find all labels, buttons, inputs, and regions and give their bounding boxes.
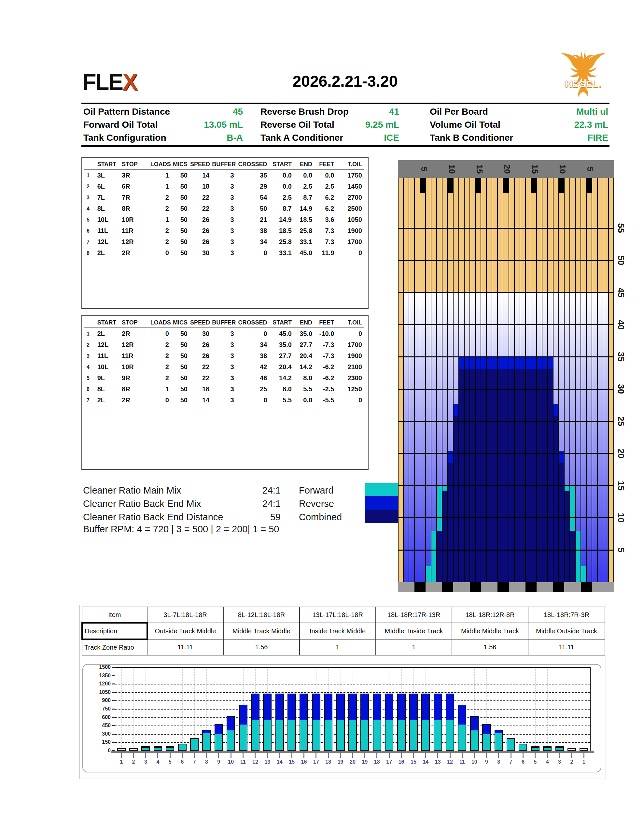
table-cell: 2 [150,192,171,203]
lane-board-separator [586,178,587,592]
bar-forward-segment [544,748,551,750]
summary-value: ICE [355,133,400,143]
table-cell: 1700 [336,339,364,350]
table-cell: 4 [84,361,96,372]
table-row: 510L10R1502632114.918.53.61050 [84,214,364,225]
table-cell: 0.0 [314,170,336,181]
table-cell: 50 [171,394,189,406]
bar-board-4 [154,747,162,751]
summary-value: Multi ul [518,107,610,117]
chart-horizontal-gridline [115,676,590,676]
bar-forward-segment [300,720,307,750]
lane-board-separator [492,178,492,592]
bar-board-38 [568,748,576,751]
table-cell: 0 [236,247,269,259]
cleaner-label: Cleaner Ratio Main Mix [83,485,230,496]
table-cell: 0.0 [269,181,294,192]
column-header: LOADS [150,159,171,170]
x-axis-tick [145,753,146,758]
table-cell: 0 [150,394,171,406]
table-row: 26L6R150183290.02.52.51450 [84,181,364,192]
x-axis-label: 9 [213,759,224,765]
table-cell: 12L [96,236,121,247]
table-row: 72L2R05014305.50.0-5.50 [84,394,364,406]
x-axis-tick [462,753,463,758]
table-cell: 0 [336,394,364,406]
bar-board-10 [227,716,235,751]
table-row: 410L10R2502234220.414.2-6.22100 [84,361,364,372]
x-axis-label: 10 [468,759,480,765]
table-cell: 50 [236,203,269,214]
bar-reverse-segment [373,694,381,720]
summary-table: Oil Pattern Distance45Reverse Brush Drop… [81,103,610,147]
bar-forward-segment [191,739,198,750]
bar-forward-segment [252,720,259,750]
bar-board-3 [141,747,150,751]
lane-board-separator [458,178,459,592]
table-cell: 2.5 [269,192,294,203]
bar-board-19 [336,693,345,751]
bar-reverse-segment [203,731,210,733]
table-cell: 50 [171,247,189,259]
x-axis-label: 5 [529,759,541,765]
table-cell: 1 [84,170,96,181]
bar-forward-segment [349,720,356,750]
table-cell: 0.0 [269,170,294,181]
bar-forward-segment [276,720,283,750]
column-header: MICS [171,317,189,328]
table-cell: 8R [121,383,150,394]
lane-board-separator [481,178,481,592]
table-cell: 6L [96,181,121,192]
x-axis-label: 2 [565,759,578,765]
x-axis-tick [437,753,438,758]
lane-board-separator [575,178,576,592]
table-cell: 2R [121,247,150,259]
zone-column-header: Item [82,607,147,623]
table-cell: 0 [336,328,364,339]
zone-table-cell: Outside Track:Middle [147,623,223,639]
bar-board-22 [373,693,381,751]
bar-board-39 [579,748,588,751]
bar-forward-segment [434,720,442,750]
bar-board-32 [495,730,503,751]
table-cell: 7.3 [314,225,336,236]
table-cell: 2 [84,339,96,350]
table-cell: 34 [236,339,269,350]
bar-forward-segment [568,750,575,750]
table-cell: 50 [171,350,189,361]
lane-footer-marker [470,582,481,592]
bar-board-12 [251,693,260,751]
bar-reverse-segment [483,724,490,733]
bar-board-36 [543,747,552,751]
table-cell: 3 [211,350,236,361]
x-axis-tick [279,753,280,758]
x-axis-tick [352,753,353,758]
bar-forward-segment [361,720,368,750]
summary-value: B-A [192,133,244,143]
y-axis-label: 450 [90,722,111,729]
bar-forward-segment [483,734,490,750]
lane-board-separator [603,178,603,592]
table-cell: 3 [84,350,96,361]
table-cell: 11.9 [314,247,336,259]
lane-distance-grid-line [398,389,614,390]
lane-board-separator [520,178,520,592]
table-cell: 10R [121,214,150,225]
cleaner-value: 59 [230,512,281,522]
table-cell: 1900 [336,350,364,361]
bar-forward-segment [495,733,502,750]
table-cell: 8L [96,383,121,394]
table-cell: 5 [84,214,96,225]
x-axis-label: 17 [310,759,322,765]
lane-marker-notch [504,178,508,193]
zone-table-row: DescriptionOutside Track:MiddleMiddle Tr… [82,623,605,639]
table-cell: 26 [189,225,211,236]
lane-marker-notch [420,178,425,193]
table-cell: -5.5 [314,394,336,406]
table-cell: 50 [171,361,189,372]
zone-table-row: Track Zone Ratio11.111.56111.5611.11 [82,639,605,655]
x-axis-label: 5 [164,759,176,765]
summary-value: 22.3 mL [518,120,610,130]
table-cell: 3 [211,328,236,339]
summary-label: Oil Per Board [400,107,518,117]
